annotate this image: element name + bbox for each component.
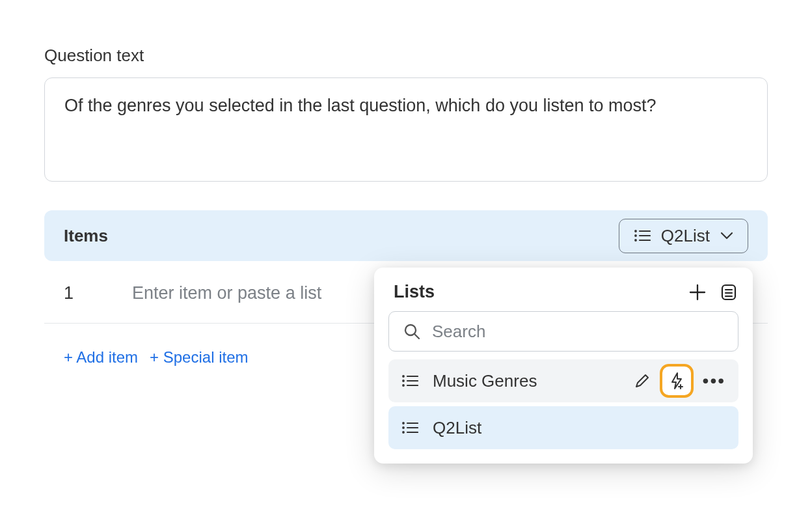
search-icon xyxy=(403,323,420,340)
list-item-label: Q2List xyxy=(433,418,725,438)
list-icon xyxy=(401,374,418,387)
items-header-bar: Items Q2List xyxy=(44,210,768,261)
svg-point-2 xyxy=(635,235,636,236)
lists-popover: Lists S xyxy=(374,268,753,464)
svg-point-14 xyxy=(403,376,404,377)
item-index: 1 xyxy=(64,283,74,303)
lists-search-input[interactable]: Search xyxy=(388,311,738,352)
svg-point-25 xyxy=(403,427,404,428)
items-title: Items xyxy=(64,226,108,246)
add-item-button[interactable]: + Add item xyxy=(64,348,138,367)
dynamic-list-button-highlight xyxy=(660,364,694,398)
lists-popover-header: Lists xyxy=(388,282,738,302)
svg-point-23 xyxy=(403,423,404,424)
lightning-icon[interactable] xyxy=(669,372,684,390)
list-item-q2list[interactable]: Q2List xyxy=(388,406,738,449)
list-item-label: Music Genres xyxy=(433,371,619,391)
chevron-down-icon xyxy=(720,232,733,240)
list-item-music-genres[interactable]: Music Genres ••• xyxy=(388,359,738,402)
svg-point-27 xyxy=(403,432,404,433)
list-icon xyxy=(634,229,651,242)
list-library-button[interactable] xyxy=(719,283,738,302)
svg-line-13 xyxy=(414,334,419,339)
svg-point-4 xyxy=(635,240,636,241)
lists-search-placeholder: Search xyxy=(432,322,485,342)
list-selector-chip[interactable]: Q2List xyxy=(619,219,748,253)
svg-point-0 xyxy=(635,230,636,232)
svg-point-16 xyxy=(403,380,404,381)
question-text-input[interactable]: Of the genres you selected in the last q… xyxy=(44,77,768,182)
lists-popover-title: Lists xyxy=(388,282,435,302)
list-selector-label: Q2List xyxy=(661,226,710,246)
question-text-label: Question text xyxy=(44,46,768,66)
add-list-button[interactable] xyxy=(688,283,707,302)
svg-point-18 xyxy=(403,385,404,386)
item-input-placeholder[interactable]: Enter item or paste a list xyxy=(132,283,321,303)
special-item-button[interactable]: + Special item xyxy=(150,348,248,367)
list-icon xyxy=(401,421,418,434)
edit-list-button[interactable] xyxy=(634,372,651,389)
